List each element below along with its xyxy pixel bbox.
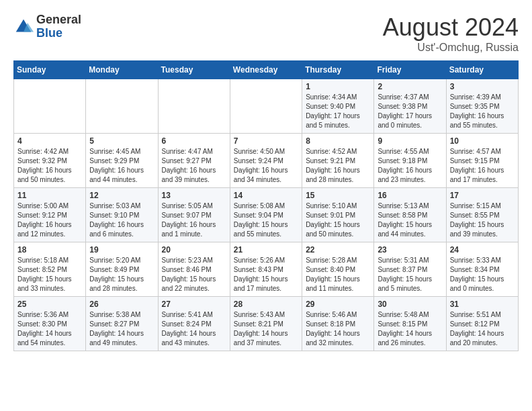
day-number: 30 — [378, 300, 442, 309]
weekday-header: Tuesday — [158, 61, 230, 79]
calendar-title: August 2024 — [383, 13, 519, 42]
day-detail: Sunrise: 4:57 AMSunset: 9:15 PMDaylight:… — [450, 147, 515, 185]
calendar-cell — [158, 79, 230, 134]
day-number: 18 — [17, 245, 82, 255]
day-detail: Sunrise: 5:46 AMSunset: 8:18 PMDaylight:… — [306, 310, 370, 348]
day-detail: Sunrise: 4:45 AMSunset: 9:29 PMDaylight:… — [89, 147, 154, 185]
day-detail: Sunrise: 5:36 AMSunset: 8:30 PMDaylight:… — [17, 310, 82, 348]
calendar-cell: 8 Sunrise: 4:52 AMSunset: 9:21 PMDayligh… — [302, 134, 374, 188]
weekday-header: Saturday — [446, 61, 518, 79]
day-number: 15 — [306, 191, 370, 200]
day-detail: Sunrise: 5:31 AMSunset: 8:37 PMDaylight:… — [378, 256, 442, 293]
day-detail: Sunrise: 4:55 AMSunset: 9:18 PMDaylight:… — [378, 147, 442, 185]
day-number: 27 — [162, 300, 226, 309]
day-detail: Sunrise: 5:05 AMSunset: 9:07 PMDaylight:… — [162, 201, 226, 239]
calendar-cell: 14 Sunrise: 5:08 AMSunset: 9:04 PMDaylig… — [230, 188, 302, 242]
day-number: 20 — [162, 245, 226, 255]
calendar-cell — [14, 79, 86, 134]
day-detail: Sunrise: 5:26 AMSunset: 8:43 PMDaylight:… — [234, 256, 298, 293]
calendar-cell — [86, 79, 158, 134]
logo-icon — [13, 17, 34, 37]
calendar-cell: 25 Sunrise: 5:36 AMSunset: 8:30 PMDaylig… — [14, 297, 86, 351]
page-header: General Blue August 2024 Ust'-Omchug, Ru… — [13, 13, 519, 54]
day-number: 13 — [162, 191, 226, 200]
weekday-header: Wednesday — [230, 61, 302, 79]
day-detail: Sunrise: 5:20 AMSunset: 8:49 PMDaylight:… — [89, 256, 154, 293]
calendar-cell: 29 Sunrise: 5:46 AMSunset: 8:18 PMDaylig… — [302, 297, 374, 351]
day-number: 5 — [89, 136, 154, 146]
calendar-cell: 10 Sunrise: 4:57 AMSunset: 9:15 PMDaylig… — [446, 134, 518, 188]
day-number: 24 — [450, 245, 515, 255]
title-block: August 2024 Ust'-Omchug, Russia — [383, 13, 519, 54]
calendar-week-row: 18 Sunrise: 5:18 AMSunset: 8:52 PMDaylig… — [14, 242, 519, 297]
day-detail: Sunrise: 4:50 AMSunset: 9:24 PMDaylight:… — [234, 147, 298, 185]
calendar-cell: 22 Sunrise: 5:28 AMSunset: 8:40 PMDaylig… — [302, 242, 374, 297]
calendar-cell: 3 Sunrise: 4:39 AMSunset: 9:35 PMDayligh… — [446, 79, 518, 134]
calendar-cell: 18 Sunrise: 5:18 AMSunset: 8:52 PMDaylig… — [14, 242, 86, 297]
day-number: 22 — [306, 245, 370, 255]
calendar-cell: 1 Sunrise: 4:34 AMSunset: 9:40 PMDayligh… — [302, 79, 374, 134]
weekday-header: Monday — [86, 61, 158, 79]
day-detail: Sunrise: 5:51 AMSunset: 8:12 PMDaylight:… — [450, 310, 515, 348]
calendar-week-row: 4 Sunrise: 4:42 AMSunset: 9:32 PMDayligh… — [14, 134, 519, 188]
day-number: 28 — [234, 300, 298, 309]
day-detail: Sunrise: 4:47 AMSunset: 9:27 PMDaylight:… — [162, 147, 226, 185]
weekday-header: Sunday — [14, 61, 86, 79]
day-number: 1 — [306, 82, 370, 91]
calendar-cell: 28 Sunrise: 5:43 AMSunset: 8:21 PMDaylig… — [230, 297, 302, 351]
day-number: 7 — [234, 136, 298, 146]
calendar-cell: 13 Sunrise: 5:05 AMSunset: 9:07 PMDaylig… — [158, 188, 230, 242]
day-detail: Sunrise: 4:39 AMSunset: 9:35 PMDaylight:… — [450, 93, 515, 130]
day-detail: Sunrise: 4:37 AMSunset: 9:38 PMDaylight:… — [378, 93, 442, 130]
day-detail: Sunrise: 5:15 AMSunset: 8:55 PMDaylight:… — [450, 201, 515, 239]
calendar-week-row: 25 Sunrise: 5:36 AMSunset: 8:30 PMDaylig… — [14, 297, 519, 351]
day-detail: Sunrise: 5:13 AMSunset: 8:58 PMDaylight:… — [378, 201, 442, 239]
calendar-cell: 23 Sunrise: 5:31 AMSunset: 8:37 PMDaylig… — [374, 242, 446, 297]
calendar-cell: 20 Sunrise: 5:23 AMSunset: 8:46 PMDaylig… — [158, 242, 230, 297]
calendar-week-row: 1 Sunrise: 4:34 AMSunset: 9:40 PMDayligh… — [14, 79, 519, 134]
calendar-header-row: SundayMondayTuesdayWednesdayThursdayFrid… — [14, 61, 519, 79]
calendar-cell: 12 Sunrise: 5:03 AMSunset: 9:10 PMDaylig… — [86, 188, 158, 242]
calendar-cell: 16 Sunrise: 5:13 AMSunset: 8:58 PMDaylig… — [374, 188, 446, 242]
day-detail: Sunrise: 5:38 AMSunset: 8:27 PMDaylight:… — [89, 310, 154, 348]
day-number: 21 — [234, 245, 298, 255]
calendar-cell: 4 Sunrise: 4:42 AMSunset: 9:32 PMDayligh… — [14, 134, 86, 188]
day-number: 14 — [234, 191, 298, 200]
logo-text: General Blue — [36, 13, 81, 40]
calendar-cell — [230, 79, 302, 134]
calendar-cell: 31 Sunrise: 5:51 AMSunset: 8:12 PMDaylig… — [446, 297, 518, 351]
day-detail: Sunrise: 4:34 AMSunset: 9:40 PMDaylight:… — [306, 93, 370, 130]
logo: General Blue — [13, 13, 81, 40]
calendar-cell: 26 Sunrise: 5:38 AMSunset: 8:27 PMDaylig… — [86, 297, 158, 351]
day-detail: Sunrise: 5:48 AMSunset: 8:15 PMDaylight:… — [378, 310, 442, 348]
calendar-cell: 2 Sunrise: 4:37 AMSunset: 9:38 PMDayligh… — [374, 79, 446, 134]
day-detail: Sunrise: 5:18 AMSunset: 8:52 PMDaylight:… — [17, 256, 82, 293]
day-number: 8 — [306, 136, 370, 146]
calendar-cell: 17 Sunrise: 5:15 AMSunset: 8:55 PMDaylig… — [446, 188, 518, 242]
calendar-cell: 11 Sunrise: 5:00 AMSunset: 9:12 PMDaylig… — [14, 188, 86, 242]
day-number: 26 — [89, 300, 154, 309]
calendar-cell: 7 Sunrise: 4:50 AMSunset: 9:24 PMDayligh… — [230, 134, 302, 188]
day-number: 19 — [89, 245, 154, 255]
calendar-week-row: 11 Sunrise: 5:00 AMSunset: 9:12 PMDaylig… — [14, 188, 519, 242]
day-detail: Sunrise: 4:52 AMSunset: 9:21 PMDaylight:… — [306, 147, 370, 185]
day-detail: Sunrise: 5:41 AMSunset: 8:24 PMDaylight:… — [162, 310, 226, 348]
day-detail: Sunrise: 5:43 AMSunset: 8:21 PMDaylight:… — [234, 310, 298, 348]
calendar-cell: 15 Sunrise: 5:10 AMSunset: 9:01 PMDaylig… — [302, 188, 374, 242]
calendar-table: SundayMondayTuesdayWednesdayThursdayFrid… — [13, 60, 519, 351]
calendar-cell: 19 Sunrise: 5:20 AMSunset: 8:49 PMDaylig… — [86, 242, 158, 297]
day-number: 29 — [306, 300, 370, 309]
calendar-cell: 27 Sunrise: 5:41 AMSunset: 8:24 PMDaylig… — [158, 297, 230, 351]
calendar-cell: 6 Sunrise: 4:47 AMSunset: 9:27 PMDayligh… — [158, 134, 230, 188]
weekday-header: Friday — [374, 61, 446, 79]
day-number: 23 — [378, 245, 442, 255]
day-number: 4 — [17, 136, 82, 146]
day-number: 31 — [450, 300, 515, 309]
weekday-header: Thursday — [302, 61, 374, 79]
day-number: 10 — [450, 136, 515, 146]
calendar-cell: 24 Sunrise: 5:33 AMSunset: 8:34 PMDaylig… — [446, 242, 518, 297]
day-detail: Sunrise: 5:08 AMSunset: 9:04 PMDaylight:… — [234, 201, 298, 239]
calendar-cell: 9 Sunrise: 4:55 AMSunset: 9:18 PMDayligh… — [374, 134, 446, 188]
day-detail: Sunrise: 5:23 AMSunset: 8:46 PMDaylight:… — [162, 256, 226, 293]
day-number: 3 — [450, 82, 515, 91]
